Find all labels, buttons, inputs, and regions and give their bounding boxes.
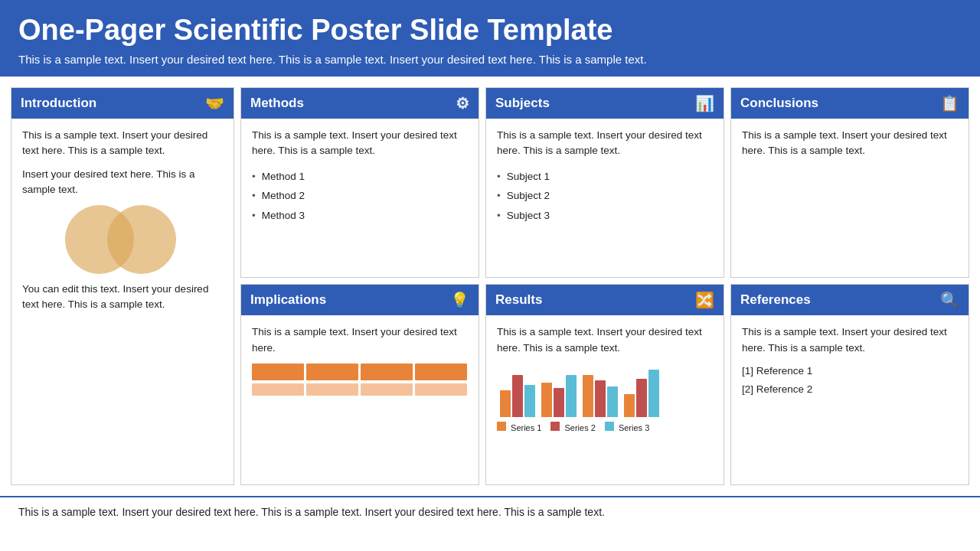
method-item-2: Method 2 <box>252 186 468 206</box>
bar-1-s3 <box>524 385 535 417</box>
subject-item-1: Subject 1 <box>497 167 713 187</box>
bar-3-s3 <box>607 386 618 417</box>
impl-bar-1b <box>306 364 358 380</box>
intro-text-3: You can edit this text. Insert your desi… <box>22 282 223 313</box>
card-conclusions-header: Conclusions 📋 <box>731 88 969 119</box>
card-references: References 🔍 This is a sample text. Inse… <box>730 284 969 485</box>
card-implications: Implications 💡 This is a sample text. In… <box>240 284 479 485</box>
card-introduction-body: This is a sample text. Insert your desir… <box>11 119 234 484</box>
implications-chart <box>252 364 468 396</box>
results-text: This is a sample text. Insert your desir… <box>497 324 713 356</box>
bar-4-s1 <box>624 394 635 417</box>
bar-1-s1 <box>500 390 511 417</box>
reference-1: [1] Reference 1 <box>742 364 958 379</box>
impl-bar-2d <box>415 383 467 396</box>
footer: This is a sample text. Insert your desir… <box>0 496 980 527</box>
legend-dot-s2 <box>550 422 560 431</box>
subjects-label: Subjects <box>495 96 550 111</box>
card-methods-body: This is a sample text. Insert your desir… <box>241 119 479 277</box>
methods-list: Method 1 Method 2 Method 3 <box>252 167 468 226</box>
bar-2-s1 <box>541 383 552 417</box>
bar-group-3 <box>583 375 618 417</box>
card-subjects-header: Subjects 📊 <box>486 88 724 119</box>
results-label: Results <box>495 292 542 308</box>
card-conclusions: Conclusions 📋 This is a sample text. Ins… <box>730 87 969 278</box>
bar-1-s2 <box>512 375 523 417</box>
bar-4-s2 <box>636 379 647 417</box>
subjects-list: Subject 1 Subject 2 Subject 3 <box>497 167 713 226</box>
header: One-Pager Scientific Poster Slide Templa… <box>0 0 980 77</box>
main-grid: Introduction 🤝 This is a sample text. In… <box>0 77 980 496</box>
bar-2-s3 <box>566 375 577 417</box>
search-icon: 🔍 <box>940 291 959 309</box>
method-item-3: Method 3 <box>252 206 468 226</box>
methods-text: This is a sample text. Insert your desir… <box>252 128 468 159</box>
chart-legend: Series 1 Series 2 Series 3 <box>497 422 713 432</box>
header-subtitle: This is a sample text. Insert your desir… <box>18 53 962 66</box>
implications-text: This is a sample text. Insert your desir… <box>252 324 468 356</box>
bar-group-2 <box>541 375 577 417</box>
card-implications-header: Implications 💡 <box>241 285 479 315</box>
impl-bar-2a <box>252 383 304 396</box>
conclusions-label: Conclusions <box>740 96 818 111</box>
impl-bar-row-2 <box>252 383 468 396</box>
reference-2: [2] Reference 2 <box>742 382 958 397</box>
impl-bar-1d <box>415 364 467 380</box>
implications-label: Implications <box>250 292 326 308</box>
venn-circles <box>65 205 180 274</box>
bar-group-1 <box>500 375 535 417</box>
footer-text: This is a sample text. Insert your desir… <box>18 506 605 518</box>
methods-label: Methods <box>250 96 304 111</box>
legend-dot-s3 <box>605 422 614 431</box>
impl-bar-1c <box>361 364 413 380</box>
card-introduction-header: Introduction 🤝 <box>11 88 234 119</box>
impl-bar-1a <box>252 364 304 380</box>
legend-series3: Series 3 <box>605 422 649 432</box>
venn-right-circle <box>107 205 176 274</box>
card-methods-header: Methods ⚙ <box>241 88 479 119</box>
intro-text-2: Insert your desired text here. This is a… <box>22 167 223 198</box>
subject-item-2: Subject 2 <box>497 186 713 206</box>
impl-bar-2b <box>306 383 358 396</box>
conclusions-text: This is a sample text. Insert your desir… <box>742 128 958 159</box>
handshake-icon: 🤝 <box>205 94 224 112</box>
card-results-header: Results 🔀 <box>486 285 724 315</box>
card-implications-body: This is a sample text. Insert your desir… <box>241 315 479 484</box>
impl-bar-2c <box>361 383 413 396</box>
references-label: References <box>740 292 811 308</box>
gear-icon: ⚙ <box>456 94 469 112</box>
clipboard-icon: 📋 <box>940 94 959 112</box>
card-references-header: References 🔍 <box>731 285 969 315</box>
bar-group-4 <box>624 370 659 417</box>
references-text: This is a sample text. Insert your desir… <box>742 324 958 356</box>
subject-item-3: Subject 3 <box>497 206 713 226</box>
subjects-text: This is a sample text. Insert your desir… <box>497 128 713 159</box>
bar-2-s2 <box>554 388 564 417</box>
intro-text-1: This is a sample text. Insert your desir… <box>22 128 223 159</box>
bar-4-s3 <box>648 370 659 417</box>
bar-3-s1 <box>583 375 593 417</box>
legend-series1: Series 1 <box>497 422 541 432</box>
bar-3-s2 <box>595 380 606 417</box>
chart-icon: 📊 <box>695 94 714 112</box>
card-introduction: Introduction 🤝 This is a sample text. In… <box>11 87 234 485</box>
lightbulb-icon: 💡 <box>450 291 469 309</box>
results-bar-chart <box>497 364 713 417</box>
card-subjects: Subjects 📊 This is a sample text. Insert… <box>485 87 724 278</box>
card-methods: Methods ⚙ This is a sample text. Insert … <box>240 87 479 278</box>
card-references-body: This is a sample text. Insert your desir… <box>731 315 969 484</box>
venn-diagram <box>22 205 223 274</box>
impl-bar-row-1 <box>252 364 468 380</box>
card-subjects-body: This is a sample text. Insert your desir… <box>486 119 724 277</box>
card-results: Results 🔀 This is a sample text. Insert … <box>485 284 724 485</box>
introduction-label: Introduction <box>21 96 96 111</box>
card-conclusions-body: This is a sample text. Insert your desir… <box>731 119 969 277</box>
legend-dot-s1 <box>497 422 506 431</box>
results-icon: 🔀 <box>695 291 714 309</box>
legend-series2: Series 2 <box>550 422 595 432</box>
card-results-body: This is a sample text. Insert your desir… <box>486 315 724 484</box>
method-item-1: Method 1 <box>252 167 468 187</box>
page-title: One-Pager Scientific Poster Slide Templa… <box>18 14 962 47</box>
